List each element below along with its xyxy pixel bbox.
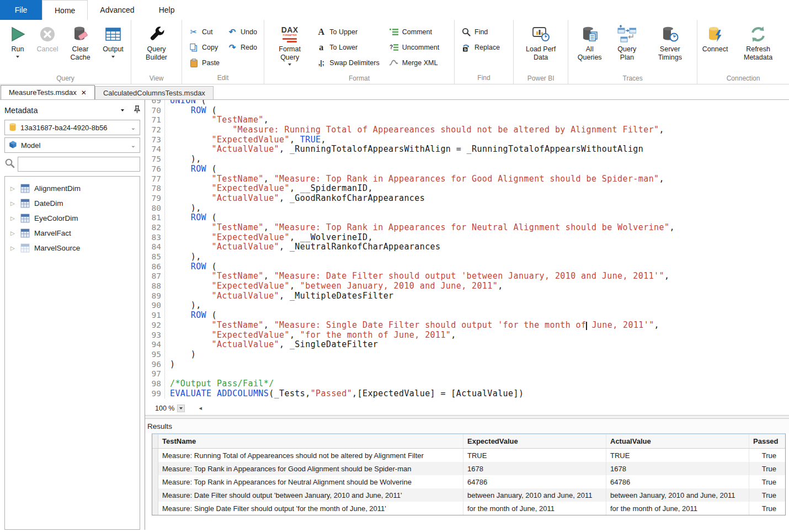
code-line-75[interactable]: ), bbox=[170, 155, 675, 164]
code-line-87[interactable]: "TestName", "Measure: Date Filter should… bbox=[170, 272, 675, 281]
expander-icon[interactable]: ▷ bbox=[10, 230, 16, 236]
all-queries-button[interactable]: All Queries bbox=[571, 22, 608, 73]
redo-button[interactable]: ↷ Redo bbox=[223, 40, 261, 55]
refresh-metadata-button[interactable]: Refresh Metadata bbox=[730, 22, 786, 73]
menu-tab-advanced[interactable]: Advanced bbox=[88, 0, 146, 20]
code-line-84[interactable]: "ActualValue", _NeutralRankofCharAppeara… bbox=[170, 242, 675, 252]
metadata-search-input[interactable] bbox=[18, 157, 140, 172]
column-header-expectedvalue[interactable]: ExpectedValue bbox=[463, 434, 606, 448]
code-line-82[interactable]: "TestName", "Measure: Top Rank in Appear… bbox=[170, 223, 675, 233]
code-line-86[interactable]: ROW ( bbox=[170, 262, 675, 272]
find-button[interactable]: Find bbox=[457, 24, 510, 39]
run-button[interactable]: Run bbox=[3, 22, 33, 73]
pane-dropdown-icon[interactable] bbox=[121, 109, 124, 111]
result-row[interactable]: Measure: Top Rank in Appearances for Neu… bbox=[152, 475, 785, 488]
replace-button[interactable]: b Replace bbox=[457, 40, 510, 55]
query-plan-button[interactable]: Query Plan bbox=[608, 22, 646, 73]
code-line-70[interactable]: ROW ( bbox=[170, 106, 675, 116]
code-line-79[interactable]: "ActualValue", _GoodRankofCharAppearance… bbox=[170, 194, 675, 204]
code-lines[interactable]: UNION ( ROW ( "TestName", "Measure: Runn… bbox=[165, 100, 675, 398]
code-line-77[interactable]: "TestName", "Measure: Top Rank in Appear… bbox=[170, 174, 675, 184]
output-button[interactable]: Output bbox=[98, 22, 128, 73]
code-line-94[interactable]: "ActualValue", _SingleDateFilter bbox=[170, 340, 675, 350]
undo-button[interactable]: ↶ Undo bbox=[223, 24, 261, 39]
code-line-83[interactable]: "ExpectedValue", __WolverineID, bbox=[170, 233, 675, 243]
clear-cache-button[interactable]: Clear Cache bbox=[62, 22, 98, 73]
copy-button[interactable]: Copy bbox=[185, 40, 223, 55]
code-line-69[interactable]: UNION ( bbox=[170, 100, 675, 106]
swap-delimiters-button[interactable]: ,|; Swap Delimiters bbox=[312, 55, 385, 70]
connection-dropdown[interactable]: 13a31687-ba24-4920-8b56 ⌄ bbox=[4, 120, 140, 135]
code-line-78[interactable]: "ExpectedValue", __SpidermanID, bbox=[170, 184, 675, 194]
code-line-73[interactable]: "ExpectedValue", TRUE, bbox=[170, 135, 675, 145]
tree-item-marvelsource[interactable]: ▷ MarvelSource bbox=[6, 241, 138, 256]
to-lower-button[interactable]: a To Lower bbox=[312, 40, 385, 55]
result-cell: TRUE bbox=[463, 449, 606, 462]
tree-item-alignmentdim[interactable]: ▷ AlignmentDim bbox=[6, 181, 138, 196]
comment-button[interactable]: Comment bbox=[385, 24, 451, 39]
code-line-88[interactable]: "ExpectedValue", "between January, 2010 … bbox=[170, 281, 675, 291]
code-line-91[interactable]: ROW ( bbox=[170, 311, 675, 321]
column-header-passed[interactable]: Passed bbox=[749, 434, 785, 448]
result-row[interactable]: Measure: Date Filter should output 'betw… bbox=[152, 488, 785, 502]
code-line-74[interactable]: "ActualValue", _RunningTotalofAppearsWit… bbox=[170, 145, 675, 155]
cut-button[interactable]: ✂ Cut bbox=[185, 24, 223, 39]
column-header-actualvalue[interactable]: ActualValue bbox=[606, 434, 749, 448]
format-query-dropdown-arrow[interactable] bbox=[288, 63, 291, 66]
result-row[interactable]: Measure: Top Rank in Appearances for Goo… bbox=[152, 462, 785, 475]
query-builder-button[interactable]: Query Builder bbox=[134, 22, 179, 73]
zoom-level[interactable]: 100 % bbox=[155, 405, 174, 412]
run-dropdown-arrow[interactable] bbox=[16, 56, 19, 58]
tree-item-eyecolordim[interactable]: ▷ EyeColorDim bbox=[6, 211, 138, 226]
code-line-85[interactable]: ), bbox=[170, 252, 675, 262]
uncomment-button[interactable]: ? Uncomment bbox=[385, 40, 451, 55]
merge-xml-button[interactable]: Merge XML bbox=[385, 55, 451, 70]
result-row[interactable]: Measure: Single Date Filter should outpu… bbox=[152, 502, 785, 515]
code-editor[interactable]: 6970717273747576777879808182838485868788… bbox=[145, 100, 789, 401]
expander-icon[interactable]: ▷ bbox=[10, 200, 16, 206]
tree-item-marvelfact[interactable]: ▷ MarvelFact bbox=[6, 226, 138, 241]
code-line-76[interactable]: ROW ( bbox=[170, 164, 675, 174]
code-line-72[interactable]: "Measure: Running Total of Appeareances … bbox=[170, 125, 675, 135]
ribbon-group-query: Run Cancel Clear Cache bbox=[0, 20, 131, 84]
load-perf-data-button[interactable]: Load Perf Data bbox=[516, 22, 565, 73]
doc-tab-measuretests[interactable]: MeasureTests.msdax ✕ bbox=[1, 85, 95, 99]
expander-icon[interactable]: ▷ bbox=[10, 245, 16, 251]
close-icon[interactable]: ✕ bbox=[81, 89, 87, 97]
result-cell: TRUE bbox=[606, 449, 749, 462]
model-dropdown[interactable]: Model ⌄ bbox=[4, 137, 140, 153]
format-query-button[interactable]: DAX FORMATTER Format Query bbox=[267, 22, 312, 73]
pin-icon[interactable] bbox=[134, 105, 140, 115]
code-line-90[interactable]: ), bbox=[170, 301, 675, 311]
code-line-71[interactable]: "TestName", bbox=[170, 115, 675, 125]
server-timings-button[interactable]: Server Timings bbox=[646, 22, 694, 73]
code-line-96[interactable]: ) bbox=[170, 360, 675, 370]
code-line-97[interactable] bbox=[170, 369, 675, 379]
hscroll-left-arrow[interactable]: ◂ bbox=[199, 405, 202, 412]
code-line-95[interactable]: ) bbox=[170, 350, 675, 360]
menu-tab-file[interactable]: File bbox=[0, 0, 42, 20]
code-line-93[interactable]: "ExpectedValue", "for the month of June,… bbox=[170, 331, 675, 341]
cancel-button[interactable]: Cancel bbox=[33, 22, 62, 73]
menu-tab-home[interactable]: Home bbox=[42, 0, 88, 20]
tree-item-datedim[interactable]: ▷ DateDim bbox=[6, 196, 138, 211]
code-line-99[interactable]: EVALUATE ADDCOLUMNS(_Tests,"Passed",[Exp… bbox=[170, 389, 675, 399]
code-line-80[interactable]: ), bbox=[170, 204, 675, 214]
code-line-81[interactable]: ROW ( bbox=[170, 213, 675, 223]
results-splitter[interactable] bbox=[145, 415, 789, 419]
code-line-89[interactable]: "ActualValue", _MultipleDatesFilter bbox=[170, 291, 675, 301]
result-row[interactable]: Measure: Running Total of Appeareances s… bbox=[152, 449, 785, 462]
paste-button[interactable]: Paste bbox=[185, 55, 223, 70]
column-header-testname[interactable]: TestName bbox=[158, 434, 463, 448]
expander-icon[interactable]: ▷ bbox=[10, 185, 16, 191]
doc-tab-calculatedcolumnstests[interactable]: CalculatedColumnsTests.msdax bbox=[95, 86, 214, 99]
to-upper-button[interactable]: A To Upper bbox=[312, 24, 385, 39]
output-dropdown-arrow[interactable] bbox=[111, 56, 115, 58]
code-line-98[interactable]: /*Output Pass/Fail*/ bbox=[170, 379, 675, 389]
code-line-92[interactable]: "TestName", "Measure: Single Date Filter… bbox=[170, 321, 675, 331]
menu-tab-help[interactable]: Help bbox=[147, 0, 187, 20]
connect-button[interactable]: Connect bbox=[700, 22, 730, 73]
result-cell: True bbox=[749, 502, 785, 515]
zoom-dropdown[interactable] bbox=[177, 405, 185, 412]
expander-icon[interactable]: ▷ bbox=[10, 215, 16, 221]
